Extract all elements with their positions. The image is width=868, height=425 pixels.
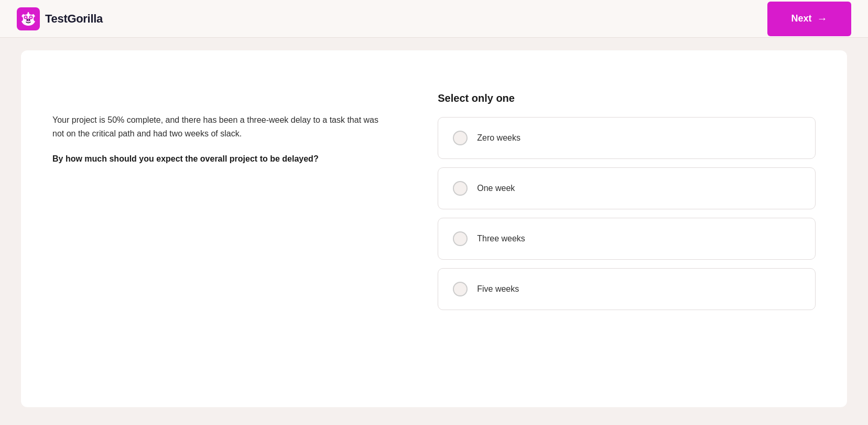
svg-point-10 <box>34 16 38 22</box>
svg-point-12 <box>29 10 34 15</box>
radio-one-week <box>453 181 468 196</box>
next-button-label: Next <box>791 13 811 24</box>
question-text: By how much should you expect the overal… <box>52 153 356 165</box>
question-panel: Your project is 50% complete, and there … <box>52 71 396 386</box>
svg-point-8 <box>29 19 30 20</box>
select-label: Select only one <box>438 92 816 104</box>
option-one-week[interactable]: One week <box>438 167 816 209</box>
svg-point-7 <box>27 19 28 20</box>
option-zero-weeks-label: Zero weeks <box>477 133 520 143</box>
content-card: Your project is 50% complete, and there … <box>21 50 847 407</box>
page-wrapper: Your project is 50% complete, and there … <box>0 50 868 425</box>
radio-five-weeks <box>453 282 468 296</box>
option-five-weeks[interactable]: Five weeks <box>438 268 816 310</box>
page: { "header": { "logo_text": "TestGorilla"… <box>0 0 868 425</box>
question-description: Your project is 50% complete, and there … <box>52 113 388 140</box>
option-zero-weeks[interactable]: Zero weeks <box>438 117 816 159</box>
next-arrow-icon: → <box>817 13 828 25</box>
header: TestGorilla Next → <box>0 0 868 38</box>
option-three-weeks[interactable]: Three weeks <box>438 218 816 260</box>
next-button[interactable]: Next → <box>767 2 851 36</box>
svg-point-4 <box>25 16 27 18</box>
options-list: Zero weeks One week Three weeks Five wee… <box>438 117 816 310</box>
radio-zero-weeks <box>453 131 468 145</box>
option-five-weeks-label: Five weeks <box>477 284 519 294</box>
svg-point-5 <box>30 16 32 18</box>
option-three-weeks-label: Three weeks <box>477 234 525 243</box>
svg-point-11 <box>23 10 28 15</box>
option-one-week-label: One week <box>477 184 515 193</box>
logo-text: TestGorilla <box>45 12 103 26</box>
testgorilla-logo-icon <box>17 7 40 30</box>
logo-container: TestGorilla <box>17 7 103 30</box>
answer-panel: Select only one Zero weeks One week Thre… <box>438 71 816 386</box>
svg-point-9 <box>19 16 23 22</box>
radio-three-weeks <box>453 231 468 246</box>
